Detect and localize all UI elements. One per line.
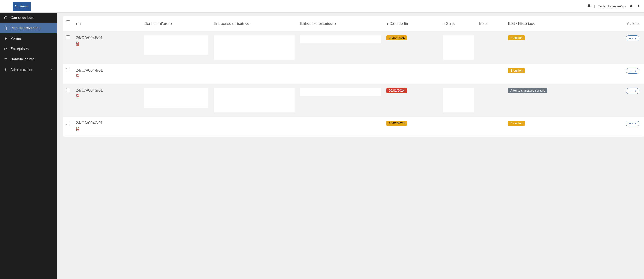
list-icon (4, 57, 8, 61)
ellipsis-icon: ••• (629, 69, 633, 73)
row-checkbox[interactable] (66, 121, 70, 125)
select-all-checkbox[interactable] (66, 20, 70, 24)
svg-point-4 (5, 69, 6, 70)
table-row: 24/CA/0045/01PDF29/02/2024Brouillon•••▼ (63, 31, 644, 64)
notifications-icon[interactable] (587, 4, 591, 8)
chevron-down-icon: ▼ (634, 70, 636, 72)
col-header-utilisatrice: Entreprise utilisatrice (211, 16, 298, 31)
pdf-icon[interactable]: PDF (76, 127, 80, 130)
data-table-panel: ▲▼n° Donneur d'ordre Entreprise utilisat… (63, 16, 644, 137)
status-badge: Brouillon (508, 121, 525, 126)
redacted-cell (300, 88, 381, 96)
date-fin-badge: 09/02/2024 (386, 88, 407, 93)
file-icon (4, 26, 8, 30)
col-header-label: Date de fin (390, 21, 408, 26)
status-badge: Brouillon (508, 35, 525, 40)
table-row: 24/CA/0044/01PDFBrouillon•••▼ (63, 64, 644, 84)
col-header-actions: Actions (600, 16, 644, 31)
sidebar-item-label: Nomenclatures (10, 57, 35, 61)
svg-point-3 (5, 48, 6, 49)
date-fin-badge: 29/02/2024 (386, 35, 407, 40)
pdf-icon[interactable]: PDF (76, 94, 80, 98)
row-actions-button[interactable]: •••▼ (626, 121, 640, 126)
chevron-down-icon: ▼ (634, 90, 636, 92)
redacted-cell (300, 35, 381, 43)
date-fin-badge: 16/02/2024 (386, 121, 407, 126)
sidebar-item-label: Entreprises (10, 47, 29, 51)
sidebar-item-label: Carnet de bord (10, 16, 34, 20)
status-badge: Attente signature sur site (508, 88, 548, 93)
sidebar-item-label: Administration (10, 68, 33, 72)
redacted-cell (214, 35, 295, 60)
user-icon[interactable] (629, 4, 633, 8)
dashboard-icon (4, 16, 8, 20)
chevron-down-icon: ▼ (634, 37, 636, 39)
redacted-cell (214, 88, 295, 112)
chevron-right-icon (50, 68, 53, 72)
col-header-etat: Etat / Historique (505, 16, 600, 31)
col-header-donneur: Donneur d'ordre (142, 16, 211, 31)
sidebar-item-nomenclatures[interactable]: Nomenclatures (0, 54, 57, 64)
row-checkbox[interactable] (66, 35, 70, 39)
chevron-down-icon: ▼ (634, 123, 636, 125)
sidebar-item-administration[interactable]: Administration (0, 64, 57, 75)
row-actions-button[interactable]: •••▼ (626, 68, 640, 74)
col-header-label: Sujet (446, 21, 455, 26)
sidebar-item-label: Plan de prévention (10, 26, 40, 30)
ellipsis-icon: ••• (629, 89, 633, 93)
sidebar: Carnet de bord Plan de prévention Permis… (0, 13, 57, 279)
chevron-right-icon[interactable] (636, 4, 640, 8)
sidebar-item-plan-de-prevention[interactable]: Plan de prévention (0, 23, 57, 33)
redacted-cell (443, 35, 474, 60)
redacted-cell (443, 88, 474, 112)
svg-rect-2 (4, 48, 7, 50)
ellipsis-icon: ••• (629, 36, 633, 40)
plan-number: 24/CA/0045/01 (76, 35, 139, 40)
pdf-icon[interactable]: PDF (76, 41, 80, 45)
redacted-cell (144, 88, 208, 108)
id-card-icon (4, 47, 8, 51)
col-header-exterieure: Entreprise extérieure (298, 16, 384, 31)
gear-icon (4, 68, 8, 72)
ellipsis-icon: ••• (629, 122, 633, 125)
separator: | (594, 4, 595, 8)
brand-logo: Vandoren (13, 2, 31, 11)
redacted-cell (144, 35, 208, 55)
col-header-date-fin[interactable]: ▲▼Date de fin (384, 16, 440, 31)
col-header-label: n° (79, 21, 82, 26)
row-checkbox[interactable] (66, 88, 70, 92)
table-row: 24/CA/0042/01PDF16/02/2024Brouillon•••▼ (63, 117, 644, 137)
table-row: 24/CA/0043/01PDF09/02/2024Attente signat… (63, 84, 644, 117)
sort-icon: ▲▼ (386, 23, 388, 25)
status-badge: Brouillon (508, 68, 525, 73)
row-checkbox[interactable] (66, 68, 70, 72)
row-actions-button[interactable]: •••▼ (626, 88, 640, 94)
sort-icon: ▲▼ (76, 23, 78, 25)
sidebar-item-label: Permis (10, 36, 22, 40)
svg-point-0 (630, 4, 632, 6)
prevention-plans-table: ▲▼n° Donneur d'ordre Entreprise utilisat… (63, 16, 644, 137)
plan-number: 24/CA/0042/01 (76, 121, 139, 126)
col-header-infos: Infos (476, 16, 505, 31)
flame-icon (4, 36, 8, 40)
sidebar-item-permis[interactable]: Permis (0, 33, 57, 44)
col-header-num[interactable]: ▲▼n° (73, 16, 142, 31)
plan-number: 24/CA/0043/01 (76, 88, 139, 93)
pdf-icon[interactable]: PDF (76, 74, 80, 77)
col-header-sujet[interactable]: ▲▼Sujet (440, 16, 476, 31)
row-actions-button[interactable]: •••▼ (626, 35, 640, 41)
sidebar-item-carnet-de-bord[interactable]: Carnet de bord (0, 13, 57, 23)
user-label: Technologies e-Obs (598, 4, 626, 8)
sort-icon: ▲▼ (443, 23, 445, 25)
sidebar-item-entreprises[interactable]: Entreprises (0, 44, 57, 54)
plan-number: 24/CA/0044/01 (76, 68, 139, 73)
